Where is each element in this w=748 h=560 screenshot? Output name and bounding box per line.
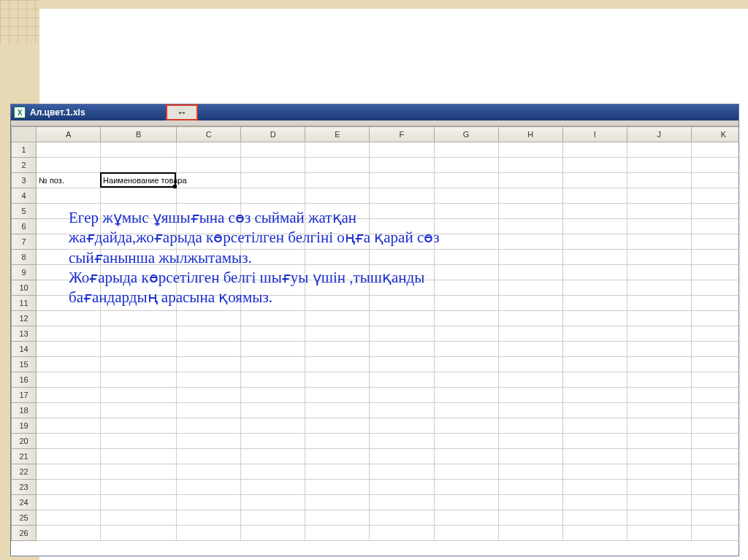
cell-J25[interactable]	[627, 510, 691, 526]
cell-A24[interactable]	[37, 495, 101, 510]
cell-F22[interactable]	[370, 464, 434, 480]
cell-J5[interactable]	[627, 204, 691, 219]
cell-C21[interactable]	[177, 449, 241, 464]
row-header[interactable]: 13	[12, 326, 37, 342]
cell-C10[interactable]	[177, 280, 241, 296]
cell-H6[interactable]	[498, 219, 562, 234]
cell-C12[interactable]	[177, 311, 241, 326]
cell-K26[interactable]	[691, 526, 739, 541]
cell-J14[interactable]	[627, 342, 691, 357]
cell-C7[interactable]	[177, 234, 241, 250]
cell-E21[interactable]	[305, 449, 370, 464]
cell-K11[interactable]	[691, 296, 739, 311]
cell-J6[interactable]	[627, 219, 691, 234]
col-header-F[interactable]: F	[370, 127, 434, 142]
cell-F12[interactable]	[370, 311, 434, 326]
cell-C19[interactable]	[177, 418, 241, 434]
cell-B13[interactable]	[101, 326, 177, 342]
cell-B26[interactable]	[101, 526, 177, 541]
cell-H11[interactable]	[498, 296, 562, 311]
cell-A4[interactable]	[37, 188, 101, 204]
cell-D26[interactable]	[241, 526, 305, 541]
cell-D2[interactable]	[241, 158, 305, 173]
cell-I2[interactable]	[562, 158, 627, 173]
row-header[interactable]: 16	[12, 372, 37, 388]
cell-A25[interactable]	[37, 510, 101, 526]
cell-I8[interactable]	[562, 250, 627, 265]
cell-B8[interactable]	[101, 250, 177, 265]
cell-H22[interactable]	[498, 464, 562, 480]
cell-D18[interactable]	[241, 403, 305, 418]
cell-B25[interactable]	[101, 510, 177, 526]
row-header[interactable]: 8	[12, 250, 37, 265]
row-header[interactable]: 5	[12, 204, 37, 219]
cell-I22[interactable]	[562, 464, 627, 480]
cell-G14[interactable]	[434, 342, 498, 357]
col-header-H[interactable]: H	[498, 127, 562, 142]
cell-G12[interactable]	[434, 311, 498, 326]
cell-I18[interactable]	[562, 403, 627, 418]
cell-A17[interactable]	[37, 388, 101, 403]
cell-I20[interactable]	[562, 434, 627, 449]
cell-I12[interactable]	[562, 311, 627, 326]
cell-A6[interactable]	[37, 219, 101, 234]
cell-F20[interactable]	[370, 434, 434, 449]
cell-G8[interactable]	[434, 250, 498, 265]
cell-H12[interactable]	[498, 311, 562, 326]
cell-H13[interactable]	[498, 326, 562, 342]
row-header[interactable]: 23	[12, 480, 37, 495]
cell-F1[interactable]	[370, 142, 434, 158]
cell-F16[interactable]	[370, 372, 434, 388]
cell-D4[interactable]	[241, 188, 305, 204]
row-header[interactable]: 26	[12, 526, 37, 541]
cell-G18[interactable]	[434, 403, 498, 418]
row-header[interactable]: 12	[12, 311, 37, 326]
cell-B5[interactable]	[101, 204, 177, 219]
cell-E9[interactable]	[305, 265, 370, 280]
cell-K3[interactable]	[691, 173, 739, 188]
cell-A7[interactable]	[37, 234, 101, 250]
cell-K22[interactable]	[691, 464, 739, 480]
cell-H3[interactable]	[498, 173, 562, 188]
cell-I21[interactable]	[562, 449, 627, 464]
cell-E13[interactable]	[305, 326, 370, 342]
cell-E3[interactable]	[305, 173, 370, 188]
cell-K18[interactable]	[691, 403, 739, 418]
cell-F21[interactable]	[370, 449, 434, 464]
cell-E25[interactable]	[305, 510, 370, 526]
cell-A18[interactable]	[37, 403, 101, 418]
cell-G9[interactable]	[434, 265, 498, 280]
cell-H21[interactable]	[498, 449, 562, 464]
cell-G11[interactable]	[434, 296, 498, 311]
cell-F15[interactable]	[370, 357, 434, 372]
cell-H19[interactable]	[498, 418, 562, 434]
cell-D17[interactable]	[241, 388, 305, 403]
row-header[interactable]: 20	[12, 434, 37, 449]
cell-I15[interactable]	[562, 357, 627, 372]
cell-D8[interactable]	[241, 250, 305, 265]
cell-E8[interactable]	[305, 250, 370, 265]
row-header[interactable]: 11	[12, 296, 37, 311]
cell-E4[interactable]	[305, 188, 370, 204]
cell-D25[interactable]	[241, 510, 305, 526]
cell-J26[interactable]	[627, 526, 691, 541]
row-header[interactable]: 17	[12, 388, 37, 403]
cell-G16[interactable]	[434, 372, 498, 388]
cell-A21[interactable]	[37, 449, 101, 464]
cell-E15[interactable]	[305, 357, 370, 372]
cell-G3[interactable]	[434, 173, 498, 188]
cell-F8[interactable]	[370, 250, 434, 265]
cell-A14[interactable]	[37, 342, 101, 357]
cell-K2[interactable]	[691, 158, 739, 173]
row-header[interactable]: 14	[12, 342, 37, 357]
cell-J18[interactable]	[627, 403, 691, 418]
cell-J1[interactable]	[627, 142, 691, 158]
row-header[interactable]: 4	[12, 188, 37, 204]
cell-E6[interactable]	[305, 219, 370, 234]
cell-C8[interactable]	[177, 250, 241, 265]
cell-D22[interactable]	[241, 464, 305, 480]
cell-K4[interactable]	[691, 188, 739, 204]
cell-J16[interactable]	[627, 372, 691, 388]
cell-D16[interactable]	[241, 372, 305, 388]
cell-F26[interactable]	[370, 526, 434, 541]
